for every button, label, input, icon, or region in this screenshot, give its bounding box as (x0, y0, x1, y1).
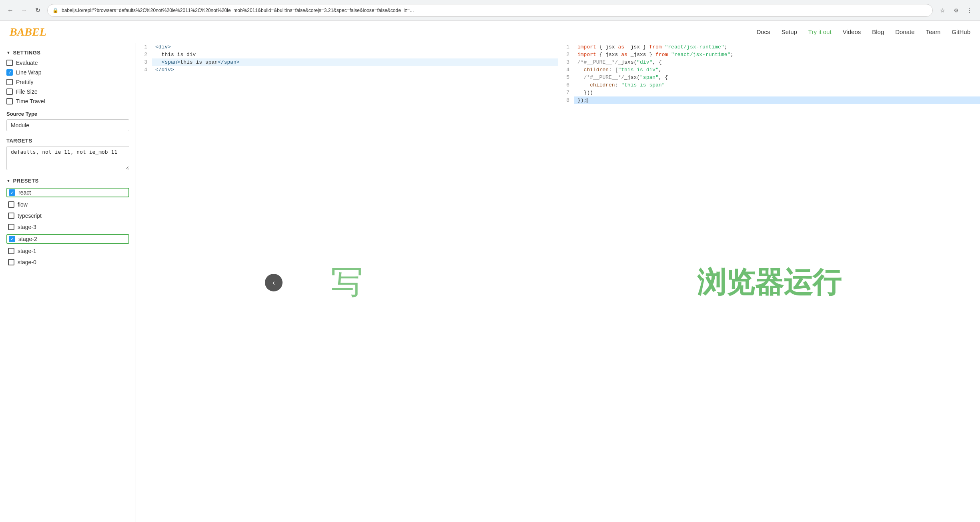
nav-blog[interactable]: Blog (872, 28, 884, 35)
file-size-item[interactable]: File Size (6, 88, 129, 95)
line-wrap-label: Line Wrap (16, 69, 42, 76)
browser-nav-buttons: ← → ↻ (5, 5, 43, 16)
line-wrap-checkbox[interactable] (6, 69, 13, 76)
nav-team[interactable]: Team (926, 28, 941, 35)
preset-stage1-item[interactable]: stage-1 (6, 247, 129, 255)
output-line-1: 1 import { jsx as _jsx } from "react/jsx… (558, 43, 980, 51)
targets-input[interactable]: defaults, not ie 11, not ie_mob 11 (6, 146, 129, 170)
output-line-5: 5 /*#__PURE__*/_jsx("span", { (558, 74, 980, 81)
input-line-1: 1 <div> (136, 43, 558, 51)
preset-stage3-label: stage-3 (18, 224, 36, 230)
prettify-item[interactable]: Prettify (6, 79, 129, 85)
presets-chevron-icon: ▼ (6, 179, 10, 183)
input-line-3: 3 <span>this is span</span> (136, 58, 558, 66)
settings-header[interactable]: ▼ SETTINGS (6, 50, 129, 56)
line-num-2: 2 (136, 51, 152, 58)
out-line-num-4: 4 (558, 66, 574, 74)
preset-stage2-item[interactable]: stage-2 (6, 234, 129, 244)
preset-stage0-item[interactable]: stage-0 (6, 258, 129, 266)
out-line-content-5: /*#__PURE__*/_jsx("span", { (574, 74, 980, 81)
file-size-checkbox[interactable] (6, 88, 13, 95)
evaluate-item[interactable]: Evaluate (6, 60, 129, 66)
out-line-content-2: import { jsxs as _jsxs } from "react/jsx… (574, 51, 980, 58)
line-wrap-item[interactable]: Line Wrap (6, 69, 129, 76)
nav-setup[interactable]: Setup (782, 28, 797, 35)
sidebar: ▼ SETTINGS Evaluate Line Wrap Prettify F… (0, 43, 136, 522)
evaluate-checkbox[interactable] (6, 60, 13, 66)
preset-flow-checkbox[interactable] (8, 201, 14, 208)
reload-button[interactable]: ↻ (32, 5, 43, 16)
preset-flow-label: flow (18, 201, 28, 208)
preset-react-item[interactable]: react (6, 188, 129, 197)
presets-section: ▼ PRESETS react flow typescript s (6, 178, 129, 266)
line-content-1: <div> (152, 43, 558, 51)
extensions-button[interactable]: ⚙ (950, 5, 962, 16)
collapse-icon: ‹ (273, 279, 275, 287)
preset-typescript-item[interactable]: typescript (6, 212, 129, 220)
prettify-checkbox[interactable] (6, 79, 13, 85)
sidebar-collapse-button[interactable]: ‹ (265, 274, 283, 291)
main-content: ▼ SETTINGS Evaluate Line Wrap Prettify F… (0, 43, 980, 522)
browser-toolbar: ☆ ⚙ ⋮ (937, 5, 975, 16)
preset-stage3-checkbox[interactable] (8, 224, 14, 230)
targets-section: TARGETS defaults, not ie 11, not ie_mob … (6, 138, 129, 171)
star-button[interactable]: ☆ (937, 5, 948, 16)
preset-typescript-checkbox[interactable] (8, 213, 14, 219)
back-button[interactable]: ← (5, 5, 16, 16)
out-line-content-6: children: "this is span" (574, 81, 980, 89)
line-num-1: 1 (136, 43, 152, 51)
nav-docs[interactable]: Docs (756, 28, 770, 35)
output-line-7: 7 })) (558, 89, 980, 96)
preset-stage2-label: stage-2 (18, 236, 37, 242)
line-content-2: this is div (152, 51, 558, 58)
input-line-2: 2 this is div (136, 51, 558, 58)
evaluate-label: Evaluate (16, 60, 38, 66)
line-content-4: </div> (152, 66, 558, 74)
input-line-4: 4 </div> (136, 66, 558, 74)
nav-links: Docs Setup Try it out Videos Blog Donate… (756, 28, 970, 35)
output-editor: 浏览器运行 1 import { jsx as _jsx } from "rea… (558, 43, 980, 522)
out-line-num-6: 6 (558, 81, 574, 89)
out-line-content-7: })) (574, 89, 980, 96)
presets-header[interactable]: ▼ PRESETS (6, 178, 129, 184)
line-num-3: 3 (136, 58, 152, 66)
out-line-content-3: /*#__PURE__*/_jsxs("div", { (574, 58, 980, 66)
source-type-select[interactable]: Module Script (6, 119, 129, 131)
preset-stage1-label: stage-1 (18, 248, 36, 254)
line-content-3: <span>this is span</span> (152, 58, 558, 66)
output-line-8: 8 }); (558, 96, 980, 104)
preset-stage1-checkbox[interactable] (8, 248, 14, 254)
out-line-num-3: 3 (558, 58, 574, 66)
preset-stage3-item[interactable]: stage-3 (6, 223, 129, 231)
out-line-num-2: 2 (558, 51, 574, 58)
source-type-section: Source Type Module Script (6, 111, 129, 131)
input-code-lines: 1 <div> 2 this is div 3 <span>this is sp… (136, 43, 558, 74)
nav-try-it-out[interactable]: Try it out (808, 28, 832, 35)
nav-github[interactable]: GitHub (952, 28, 970, 35)
source-type-label: Source Type (6, 111, 129, 117)
input-editor[interactable]: 写 1 <div> 2 this is div 3 < (136, 43, 558, 522)
nav-videos[interactable]: Videos (843, 28, 861, 35)
menu-button[interactable]: ⋮ (964, 5, 975, 16)
forward-button[interactable]: → (18, 5, 30, 16)
output-code-area: 1 import { jsx as _jsx } from "react/jsx… (558, 43, 980, 522)
out-line-content-1: import { jsx as _jsx } from "react/jsx-r… (574, 43, 980, 51)
output-line-6: 6 children: "this is span" (558, 81, 980, 89)
output-code-lines: 1 import { jsx as _jsx } from "react/jsx… (558, 43, 980, 104)
settings-chevron-icon: ▼ (6, 50, 10, 55)
preset-react-label: react (18, 189, 31, 196)
input-code-area[interactable]: 1 <div> 2 this is div 3 <span>this is sp… (136, 43, 558, 522)
preset-stage2-checkbox[interactable] (9, 236, 15, 242)
nav-donate[interactable]: Donate (895, 28, 914, 35)
preset-typescript-label: typescript (18, 213, 42, 219)
preset-react-checkbox[interactable] (9, 189, 15, 196)
time-travel-checkbox[interactable] (6, 98, 13, 104)
prettify-label: Prettify (16, 79, 34, 85)
address-bar[interactable]: 🔒 babeljs.io/repl#?browsers=defaults%2C%… (47, 4, 933, 17)
time-travel-item[interactable]: Time Travel (6, 98, 129, 104)
out-line-content-8: }); (574, 96, 980, 104)
preset-flow-item[interactable]: flow (6, 201, 129, 209)
file-size-label: File Size (16, 88, 38, 95)
preset-stage0-checkbox[interactable] (8, 259, 14, 265)
babel-logo[interactable]: BABEL (10, 26, 46, 38)
